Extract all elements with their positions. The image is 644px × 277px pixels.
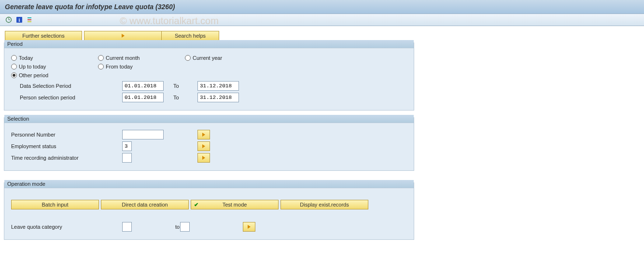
selection-legend: Selection <box>4 115 414 123</box>
operation-mode-legend: Operation mode <box>4 180 414 188</box>
further-selections-button[interactable]: Further selections <box>5 31 82 41</box>
search-helps-arrow[interactable] <box>84 31 161 41</box>
leave-quota-category-label: Leave quota category <box>11 224 122 230</box>
search-helps-button[interactable]: Search helps <box>161 31 219 41</box>
radio-up-to-today-label: Up to today <box>19 64 46 69</box>
radio-up-to-today[interactable]: Up to today <box>11 64 98 69</box>
page-title: Generate leave quota for infotype Leave … <box>0 0 644 14</box>
person-selection-to-label: To <box>164 95 197 100</box>
test-mode-button[interactable]: ✔Test mode <box>191 200 279 209</box>
person-selection-period-label: Person selection period <box>11 95 122 100</box>
radio-current-year-label: Current year <box>193 55 222 61</box>
radio-current-year[interactable]: Current year <box>185 55 272 61</box>
employment-status-label: Employment status <box>11 143 122 149</box>
data-selection-from-input[interactable] <box>122 81 164 91</box>
execute-icon[interactable] <box>5 16 13 24</box>
radio-from-today-label: From today <box>106 64 133 69</box>
radio-today[interactable]: Today <box>11 55 98 61</box>
leave-quota-multi-button[interactable] <box>243 222 255 232</box>
data-selection-period-label: Data Selection Period <box>11 83 122 89</box>
radio-other-period[interactable]: Other period <box>11 72 98 78</box>
employment-status-multi-button[interactable] <box>197 141 210 151</box>
display-exist-records-button[interactable]: Display exist.records <box>280 200 368 209</box>
test-mode-label: Test mode <box>223 202 247 208</box>
leave-quota-to-label: to <box>132 224 180 230</box>
variant-icon[interactable] <box>26 16 34 24</box>
radio-from-today[interactable]: From today <box>98 64 185 69</box>
selection-group: Selection Personnel Number Employment st… <box>4 117 414 171</box>
leave-quota-to-input[interactable] <box>180 222 190 232</box>
svg-text:i: i <box>19 17 20 23</box>
operation-mode-group: Operation mode Batch input Direct data c… <box>4 182 414 240</box>
radio-current-month[interactable]: Current month <box>98 55 185 61</box>
person-selection-from-input[interactable] <box>122 93 164 102</box>
batch-input-button[interactable]: Batch input <box>11 200 99 209</box>
time-recording-input[interactable] <box>122 153 132 163</box>
person-selection-to-input[interactable] <box>197 93 239 102</box>
employment-status-input[interactable] <box>122 141 132 151</box>
time-recording-multi-button[interactable] <box>197 153 210 163</box>
leave-quota-from-input[interactable] <box>122 222 132 232</box>
radio-other-period-label: Other period <box>19 72 48 78</box>
radio-today-label: Today <box>19 55 33 61</box>
personnel-number-multi-button[interactable] <box>197 130 210 139</box>
data-selection-to-input[interactable] <box>197 81 239 91</box>
app-toolbar: i <box>0 14 644 26</box>
period-legend: Period <box>4 40 414 48</box>
time-recording-label: Time recording administrator <box>11 155 122 161</box>
personnel-number-input[interactable] <box>122 130 164 139</box>
period-group: Period Today Current month Current year … <box>4 42 414 111</box>
data-selection-to-label: To <box>164 83 197 89</box>
direct-data-creation-button[interactable]: Direct data creation <box>101 200 189 209</box>
info-icon[interactable]: i <box>15 16 23 24</box>
radio-current-month-label: Current month <box>106 55 140 61</box>
personnel-number-label: Personnel Number <box>11 132 122 138</box>
